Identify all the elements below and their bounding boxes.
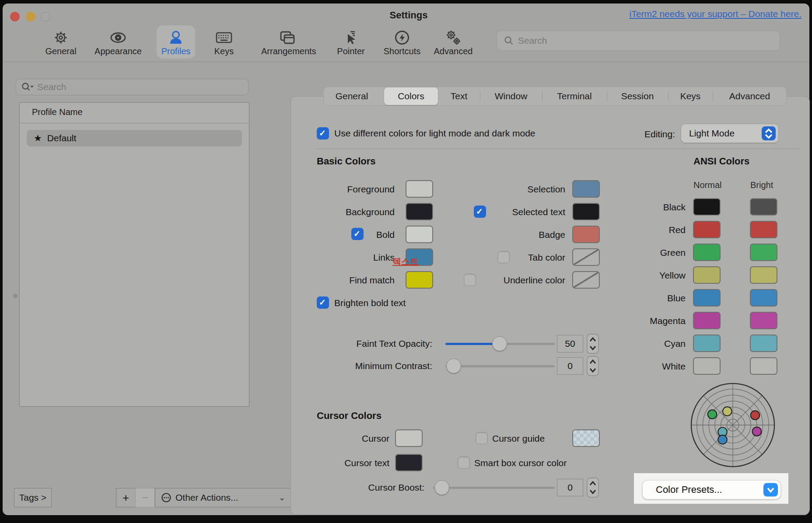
cursor-guide-color-well[interactable] — [572, 429, 600, 447]
badge-color-well[interactable] — [572, 226, 600, 243]
tab-separator — [480, 91, 480, 101]
toolbar-item-advanced[interactable]: Advanced — [427, 25, 480, 59]
ansi-cyan-bright-well[interactable] — [750, 335, 777, 352]
bold-color-well[interactable] — [406, 226, 433, 243]
ansi-blue-normal-well[interactable] — [693, 289, 721, 307]
profile-row-default[interactable]: ★ Default — [27, 130, 242, 146]
ansi-red-normal-well[interactable] — [693, 221, 721, 238]
ansi-white-bright-well[interactable] — [750, 357, 777, 375]
profile-name-label: Default — [47, 133, 77, 143]
tab-window[interactable]: Window — [480, 87, 542, 106]
gear-icon — [51, 28, 70, 47]
ansi-yellow-bright-well[interactable] — [750, 266, 777, 284]
faint-opacity-stepper[interactable] — [587, 334, 599, 356]
ansi-magenta-bright-well[interactable] — [750, 312, 777, 329]
brighten-bold-text-checkbox[interactable] — [317, 296, 329, 309]
zoom-window-button[interactable] — [41, 12, 50, 21]
tab-separator — [713, 91, 713, 101]
selection-color-well[interactable] — [572, 180, 600, 198]
cursor-boost-slider-knob[interactable] — [434, 480, 449, 495]
toolbar-search-input[interactable]: Search — [497, 31, 780, 51]
red-annotation-text: 텍스트 — [392, 256, 419, 268]
cursor-boost-value[interactable]: 0 — [557, 479, 583, 496]
toolbar-label: Pointer — [325, 46, 377, 56]
toolbar-divider — [3, 62, 809, 62]
toolbar-item-pointer[interactable]: Pointer — [325, 25, 377, 59]
ansi-magenta-normal-well[interactable] — [693, 312, 721, 329]
profile-list-header[interactable]: Profile Name — [20, 103, 249, 123]
min-contrast-value[interactable]: 0 — [557, 357, 583, 375]
toolbar-item-appearance[interactable]: Appearance — [92, 25, 144, 59]
cursor-color-well[interactable] — [395, 429, 423, 447]
remove-profile-button[interactable]: − — [135, 488, 155, 507]
windows-icon — [278, 28, 297, 47]
basic-colors-heading: Basic Colors — [317, 156, 376, 167]
ansi-cyan-normal-well[interactable] — [693, 335, 721, 352]
wheel-dot-yellow — [723, 407, 732, 416]
minimize-window-button[interactable] — [26, 12, 35, 21]
cursor-guide-label: Cursor guide — [492, 433, 545, 444]
other-actions-dropdown[interactable]: Other Actions... ⌄ — [155, 488, 292, 507]
faint-opacity-slider-knob[interactable] — [492, 336, 507, 351]
tab-terminal[interactable]: Terminal — [542, 87, 607, 106]
cursor-label: Cursor — [306, 433, 389, 444]
cursor-boost-slider-track[interactable] — [433, 487, 555, 489]
smart-box-cursor-checkbox[interactable] — [458, 457, 470, 469]
underline-color-checkbox[interactable] — [464, 274, 476, 286]
add-profile-button[interactable]: + — [116, 488, 136, 507]
tags-button-label: Tags > — [19, 492, 46, 503]
toolbar-item-general[interactable]: General — [35, 25, 87, 59]
min-contrast-slider-knob[interactable] — [446, 359, 461, 373]
toolbar-label: Advanced — [427, 46, 480, 56]
profile-search-input[interactable]: Search — [16, 79, 248, 95]
toolbar-item-profiles[interactable]: Profiles — [150, 25, 202, 59]
find-match-label: Find match — [298, 275, 395, 286]
color-presets-dropdown[interactable]: Color Presets... — [642, 480, 781, 499]
toolbar-item-shortcuts[interactable]: Shortcuts — [376, 25, 428, 59]
ansi-green-bright-well[interactable] — [750, 244, 777, 261]
find-match-color-well[interactable] — [406, 271, 433, 289]
tab-text[interactable]: Text — [438, 87, 480, 106]
color-wheel[interactable] — [690, 382, 776, 468]
ansi-green-normal-well[interactable] — [693, 244, 721, 261]
ansi-white-normal-well[interactable] — [693, 357, 721, 375]
tags-button[interactable]: Tags > — [14, 488, 52, 507]
min-contrast-label: Minimum Contrast: — [319, 361, 432, 371]
underline-color-well[interactable] — [572, 271, 600, 289]
ansi-black-normal-well[interactable] — [693, 198, 721, 216]
cursor-guide-checkbox[interactable] — [476, 432, 488, 444]
chevron-down-icon: ⌄ — [279, 493, 285, 502]
editing-label: Editing: — [604, 129, 675, 139]
tab-keys[interactable]: Keys — [668, 87, 713, 106]
ansi-black-bright-well[interactable] — [750, 198, 777, 216]
ansi-blue-bright-well[interactable] — [750, 289, 777, 307]
selected-text-color-well[interactable] — [572, 203, 600, 220]
screenshot-root: Settings iTerm2 needs your support – Don… — [0, 0, 812, 523]
ansi-black-label: Black — [630, 202, 686, 213]
cursor-boost-stepper[interactable] — [587, 478, 599, 499]
use-different-colors-checkbox[interactable] — [317, 127, 329, 139]
tab-color-well[interactable] — [572, 248, 600, 266]
tab-general[interactable]: General — [323, 87, 380, 106]
ansi-yellow-normal-well[interactable] — [693, 266, 721, 284]
toolbar-item-arrangements[interactable]: Arrangements — [261, 25, 314, 59]
ansi-red-bright-well[interactable] — [750, 221, 777, 238]
tab-colors[interactable]: Colors — [384, 87, 438, 106]
min-contrast-slider-track[interactable] — [445, 365, 555, 367]
foreground-color-well[interactable] — [406, 180, 433, 198]
tab-session[interactable]: Session — [607, 87, 668, 106]
donate-link[interactable]: iTerm2 needs your support – Donate here. — [630, 9, 802, 19]
editing-mode-dropdown[interactable]: Light Mode — [681, 124, 779, 143]
selection-label: Selection — [481, 184, 565, 195]
min-contrast-stepper[interactable] — [587, 356, 599, 378]
tab-advanced[interactable]: Advanced — [713, 87, 787, 106]
cursor-colors-heading: Cursor Colors — [317, 410, 382, 422]
toolbar-label: Appearance — [92, 46, 144, 56]
background-color-well[interactable] — [406, 203, 433, 220]
gears-icon — [444, 28, 463, 47]
close-window-button[interactable] — [10, 12, 20, 21]
cursor-text-color-well[interactable] — [395, 454, 423, 471]
toolbar-item-keys[interactable]: Keys — [198, 25, 250, 59]
ansi-white-label: White — [630, 361, 686, 372]
faint-opacity-value[interactable]: 50 — [557, 335, 583, 352]
